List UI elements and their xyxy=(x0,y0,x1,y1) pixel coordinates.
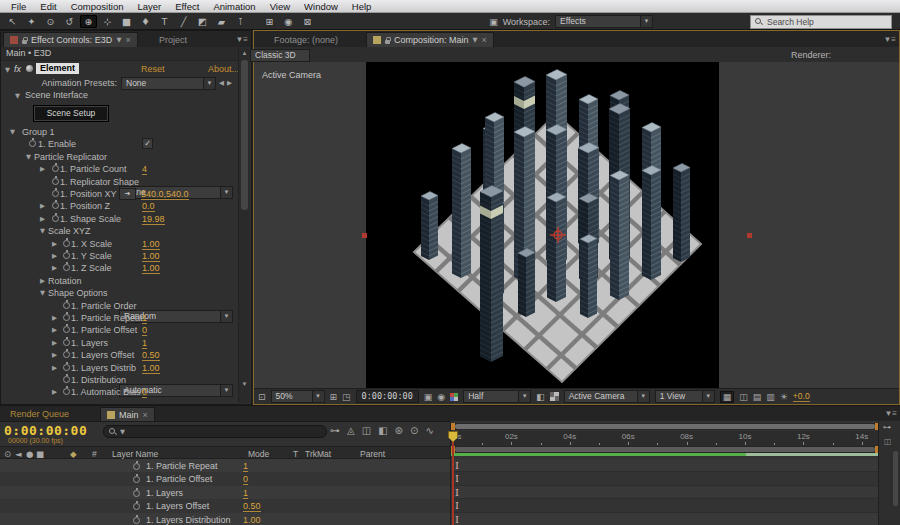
exposure-icon[interactable]: ☀ xyxy=(780,392,788,402)
camera-view-select[interactable]: Active Camera▼ xyxy=(564,390,650,403)
property-value[interactable]: 0.50 xyxy=(243,501,261,512)
next-preset-icon[interactable]: ▶ xyxy=(227,79,232,87)
help-search-input[interactable]: Search Help xyxy=(750,15,892,29)
keyframe-icon[interactable]: I xyxy=(455,500,459,511)
property-row[interactable]: 1. Particle Offset0 xyxy=(0,472,450,485)
timeline-search-input[interactable]: ▼ xyxy=(103,425,327,438)
collapse-arrow-icon[interactable]: ▼ xyxy=(15,92,20,100)
stopwatch-icon[interactable] xyxy=(52,202,59,209)
stopwatch-icon[interactable] xyxy=(63,364,70,371)
pick-position-icon[interactable]: ➔ xyxy=(119,188,136,200)
twirl-right-icon[interactable]: ▶ xyxy=(40,202,45,210)
stopwatch-icon[interactable] xyxy=(52,165,59,172)
playhead-line[interactable] xyxy=(452,431,454,525)
tab-render-queue[interactable]: Render Queue xyxy=(4,407,75,421)
comp-flowchart-icon[interactable]: ▥ xyxy=(766,392,775,402)
grid-guides-icon[interactable]: ⊞ xyxy=(330,392,338,402)
param-value[interactable]: 1 xyxy=(142,338,147,349)
menu-composition[interactable]: Composition xyxy=(64,1,131,12)
magnification-select[interactable]: 50%▼ xyxy=(271,390,325,403)
layer-handle-left[interactable] xyxy=(362,233,367,238)
panel-menu-icon[interactable]: ▼≡ xyxy=(883,35,896,44)
property-value[interactable]: 0 xyxy=(243,474,248,485)
stopwatch-icon[interactable] xyxy=(133,463,140,470)
property-row[interactable]: 1. Layers1 xyxy=(0,486,450,499)
comp-frame[interactable] xyxy=(366,62,719,388)
tab-footage[interactable]: Footage: (none) xyxy=(268,32,344,47)
time-ruler[interactable]: 0s02s04s06s08s10s12s14s xyxy=(451,431,879,447)
menu-animation[interactable]: Animation xyxy=(206,1,262,12)
workspace-select[interactable]: Effects▼ xyxy=(555,15,653,28)
twirl-right-icon[interactable]: ▶ xyxy=(40,165,45,173)
param-value[interactable]: 0.0 xyxy=(142,201,155,212)
reset-link[interactable]: Reset xyxy=(141,64,165,74)
menu-help[interactable]: Help xyxy=(345,1,379,12)
property-value[interactable]: 1 xyxy=(243,488,248,499)
stopwatch-icon[interactable] xyxy=(63,388,70,395)
layer-handle-right[interactable] xyxy=(747,233,752,238)
property-row[interactable]: 1. Particle Repeat1 xyxy=(0,459,450,472)
twirl-down-icon[interactable]: ▼ xyxy=(40,289,45,297)
brainstorm-icon[interactable]: ⊛ xyxy=(395,425,403,436)
video-eye-icon[interactable]: ⊙ xyxy=(4,449,11,459)
param-value[interactable]: 540.0,540.0 xyxy=(141,189,189,200)
show-snapshot-icon[interactable]: ◉ xyxy=(437,392,445,402)
renderer-button[interactable]: Classic 3D xyxy=(250,49,310,62)
menu-edit[interactable]: Edit xyxy=(33,1,63,12)
param-value[interactable]: 1.00 xyxy=(142,251,160,262)
track-row[interactable]: I xyxy=(451,513,879,525)
exposure-value[interactable]: +0.0 xyxy=(793,391,810,402)
stopwatch-icon[interactable] xyxy=(133,476,140,483)
tab-composition-main[interactable]: Composition: Main ▼ × xyxy=(366,32,494,47)
scroll-down-icon[interactable]: ▼ xyxy=(239,379,250,389)
collapse-arrow-icon[interactable]: ▼ xyxy=(5,66,10,74)
pan-behind-tool-icon[interactable]: ⊹ xyxy=(99,15,116,28)
work-area-bar[interactable] xyxy=(451,446,879,453)
param-value[interactable]: 1.00 xyxy=(142,263,160,274)
view-layout-select[interactable]: 1 View▼ xyxy=(655,390,715,403)
prev-preset-icon[interactable]: ◀ xyxy=(219,79,224,87)
menu-effect[interactable]: Effect xyxy=(168,1,206,12)
stopwatch-icon[interactable] xyxy=(29,140,36,147)
lock-icon[interactable]: ■ xyxy=(36,449,44,459)
stopwatch-icon[interactable] xyxy=(63,314,70,321)
stopwatch-icon[interactable] xyxy=(133,490,140,497)
graph-editor-icon[interactable]: ∿ xyxy=(425,425,433,436)
snapshot-icon[interactable]: ▣ xyxy=(424,392,433,402)
region-of-interest-icon[interactable]: ◳ xyxy=(342,392,351,402)
scrollbar-thumb[interactable] xyxy=(241,60,248,210)
timeline-vscrollbar[interactable] xyxy=(893,451,898,506)
effect-name[interactable]: Element xyxy=(36,63,79,74)
eraser-tool-icon[interactable]: ▰ xyxy=(213,15,230,28)
twirl-down-icon[interactable]: ▼ xyxy=(40,227,45,235)
stopwatch-icon[interactable] xyxy=(133,517,140,524)
hand-tool-icon[interactable]: ✦ xyxy=(23,15,40,28)
stopwatch-icon[interactable] xyxy=(63,252,70,259)
rotate-tool-icon[interactable]: ↺ xyxy=(61,15,78,28)
track-row[interactable]: I xyxy=(451,472,879,485)
resolution-select[interactable]: Half▼ xyxy=(463,390,531,403)
panel-menu-icon[interactable]: ▼≡ xyxy=(884,409,897,418)
twirl-right-icon[interactable]: ▶ xyxy=(52,314,57,322)
menu-window[interactable]: Window xyxy=(297,1,345,12)
stopwatch-icon[interactable] xyxy=(63,326,70,333)
twirl-down-icon[interactable]: ▼ xyxy=(10,128,15,136)
brush-tool-icon[interactable]: ╱ xyxy=(175,15,192,28)
property-row[interactable]: 1. Layers Offset0.50 xyxy=(0,499,450,512)
unified-camera-tool-icon[interactable]: ⊕ xyxy=(80,15,97,28)
zoom-tool-icon[interactable]: ⊙ xyxy=(42,15,59,28)
comp-marker-icon[interactable]: ⊶ xyxy=(883,423,891,432)
auto-keyframe-icon[interactable]: ⊙ xyxy=(410,425,418,436)
comp-button-icon[interactable]: ◫ xyxy=(884,437,892,446)
composition-viewer[interactable]: Active Camera xyxy=(254,62,899,389)
twirl-right-icon[interactable]: ▶ xyxy=(52,264,57,272)
stopwatch-icon[interactable] xyxy=(63,351,70,358)
stopwatch-icon[interactable] xyxy=(52,215,59,222)
param-checkbox[interactable]: ✓ xyxy=(142,138,153,149)
shy-layers-icon[interactable]: ◬ xyxy=(347,425,355,436)
stopwatch-icon[interactable] xyxy=(63,240,70,247)
keyframe-icon[interactable]: I xyxy=(455,514,459,525)
selection-tool-icon[interactable]: ↖ xyxy=(4,15,21,28)
menu-file[interactable]: File xyxy=(4,1,33,12)
keyframe-icon[interactable]: I xyxy=(455,487,459,498)
